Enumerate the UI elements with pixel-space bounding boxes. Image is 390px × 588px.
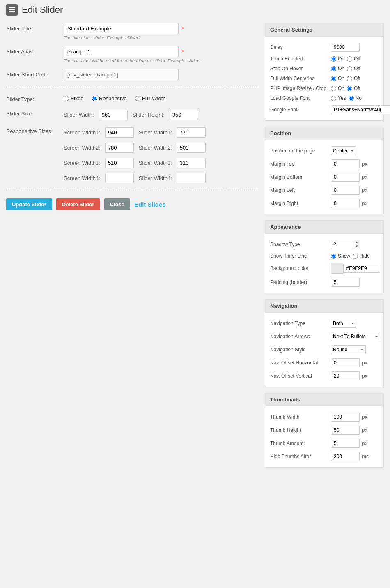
nav-offset-v-input[interactable] — [331, 371, 360, 380]
nav-offset-h-input[interactable] — [331, 358, 360, 367]
slider-alias-row: Slider Alias: * The alias that will be u… — [6, 46, 257, 63]
responsive-sizes-row: Responsitive Sizes: Screen Width1: Slide… — [6, 126, 257, 183]
delay-input[interactable] — [331, 43, 360, 52]
stop-hover-on-label[interactable]: On — [331, 66, 344, 71]
touch-on-radio[interactable] — [331, 56, 336, 62]
nav-type-select[interactable]: Both Bullets Arrows None — [331, 319, 356, 328]
nav-type-label: Navigation Type — [270, 321, 328, 326]
load-google-no-label[interactable]: No — [349, 95, 362, 101]
slider-shortcode-row: Slider Short Code: — [6, 69, 257, 80]
margin-right-label: Margin Right — [270, 201, 328, 206]
google-font-input[interactable] — [331, 105, 390, 114]
screen-width1-input[interactable] — [105, 127, 134, 138]
hide-thumbs-input[interactable] — [331, 452, 360, 461]
touch-off-label[interactable]: Off — [347, 56, 360, 62]
responsive-sizes-label: Responsitive Sizes: — [6, 126, 64, 134]
shadow-type-row: Shadow Type ▲ ▼ — [270, 238, 379, 251]
php-resize-on-label[interactable]: On — [331, 85, 344, 91]
slider-height-input[interactable] — [170, 110, 198, 120]
php-resize-off-radio[interactable] — [347, 86, 352, 91]
full-width-on-label[interactable]: On — [331, 76, 344, 81]
nav-offset-v-px: px — [362, 373, 367, 379]
slider-width1-label: Slider Width1: — [139, 129, 172, 136]
php-resize-label: PHP Image Resize / Crop — [270, 85, 328, 91]
screen-width1-label: Screen Width1: — [64, 129, 100, 136]
slider-width3-input[interactable] — [177, 158, 206, 168]
thumb-height-input[interactable] — [331, 426, 360, 435]
slider-shortcode-label: Slider Short Code: — [6, 69, 64, 78]
load-google-yes-label[interactable]: Yes — [331, 95, 346, 101]
stop-hover-on-radio[interactable] — [331, 66, 336, 71]
shadow-type-label: Shadow Type — [270, 242, 328, 247]
update-slider-button[interactable]: Update Slider — [6, 198, 52, 210]
show-timer-hide-radio[interactable] — [353, 254, 358, 259]
slider-type-fixed-radio[interactable] — [64, 96, 69, 101]
touch-on-label[interactable]: On — [331, 56, 344, 62]
show-timer-show-radio[interactable] — [331, 254, 336, 259]
screen-width3-input[interactable] — [105, 158, 134, 168]
slider-alias-input[interactable] — [64, 46, 179, 57]
show-timer-show-label[interactable]: Show — [331, 253, 350, 259]
slider-alias-label: Slider Alias: — [6, 46, 64, 55]
nav-arrows-select[interactable]: Next To Bullets Solo None — [331, 332, 380, 341]
padding-input[interactable] — [331, 278, 360, 287]
full-width-off-label[interactable]: Off — [347, 76, 360, 81]
touch-off-radio[interactable] — [347, 56, 352, 62]
margin-bottom-row: Margin Bottom px — [270, 171, 379, 184]
full-width-on-radio[interactable] — [331, 76, 336, 81]
stop-hover-on-text: On — [338, 66, 344, 71]
load-google-yes-radio[interactable] — [331, 96, 336, 101]
nav-style-select[interactable]: Round Square Old Round Old Square — [331, 345, 366, 354]
margin-left-input[interactable] — [331, 186, 360, 195]
nav-arrows-row: Navigation Arrows Next To Bullets Solo N… — [270, 330, 379, 343]
slider-title-input[interactable] — [64, 23, 179, 34]
margin-top-input[interactable] — [331, 159, 360, 168]
position-page-select[interactable]: Center Left Right — [331, 146, 356, 155]
stop-hover-off-radio[interactable] — [347, 66, 352, 71]
php-resize-on-radio[interactable] — [331, 86, 336, 91]
close-button[interactable]: Close — [104, 198, 130, 210]
stop-hover-off-text: Off — [354, 66, 360, 71]
php-resize-off-label[interactable]: Off — [347, 85, 360, 91]
nav-offset-h-row: Nav. Offset Horizontal px — [270, 356, 379, 369]
position-page-row: Position on the page Center Left Right — [270, 144, 379, 157]
bg-color-swatch[interactable] — [331, 263, 343, 274]
bg-color-input[interactable] — [343, 264, 380, 273]
full-width-off-radio[interactable] — [347, 76, 352, 81]
thumb-amount-row: Thumb Amount px — [270, 437, 379, 450]
thumb-width-input[interactable] — [331, 413, 360, 422]
thumb-width-label: Thumb Width — [270, 414, 328, 420]
slider-shortcode-input[interactable] — [64, 69, 179, 80]
slider-width4-input[interactable] — [177, 173, 206, 183]
margin-right-input[interactable] — [331, 199, 360, 208]
slider-width1-input[interactable] — [177, 127, 206, 138]
edit-slides-link[interactable]: Edit Slides — [134, 201, 166, 208]
screen-width4-input[interactable] — [105, 173, 134, 183]
nav-offset-v-row: Nav. Offset Vertical px — [270, 369, 379, 383]
slider-type-fullwidth-radio[interactable] — [135, 96, 140, 101]
load-google-no-radio[interactable] — [349, 96, 354, 101]
thumb-amount-input[interactable] — [331, 439, 360, 448]
slider-type-fullwidth[interactable]: Full Width — [135, 95, 166, 101]
shadow-type-up[interactable]: ▲ — [353, 240, 360, 244]
screen-width2-input[interactable] — [105, 143, 134, 153]
margin-bottom-input[interactable] — [331, 173, 360, 182]
slider-type-responsive[interactable]: Responsive — [92, 95, 127, 101]
full-width-on-text: On — [338, 76, 344, 81]
margin-bottom-px: px — [362, 174, 367, 180]
shadow-type-input[interactable] — [331, 240, 353, 249]
slider-width2-input[interactable] — [177, 143, 206, 153]
thumbnails-section: Thumbnails Thumb Width px Thumb Height — [265, 393, 384, 468]
delete-slider-button[interactable]: Delete Slider — [56, 198, 100, 210]
svg-rect-3 — [9, 13, 13, 13]
slider-type-fixed[interactable]: Fixed — [64, 95, 84, 101]
slider-width-input[interactable] — [99, 110, 128, 120]
stop-hover-off-label[interactable]: Off — [347, 66, 360, 71]
shadow-type-down[interactable]: ▼ — [353, 244, 360, 249]
slider-type-responsive-radio[interactable] — [92, 96, 97, 101]
slider-title-label: Slider Title: — [6, 23, 64, 32]
show-timer-hide-label[interactable]: Hide — [353, 253, 370, 259]
stop-hover-label: Stop On Hover — [270, 66, 328, 71]
show-timer-show-text: Show — [338, 253, 350, 259]
slider-title-field: * The title of the slider. Example: Slid… — [64, 23, 257, 40]
